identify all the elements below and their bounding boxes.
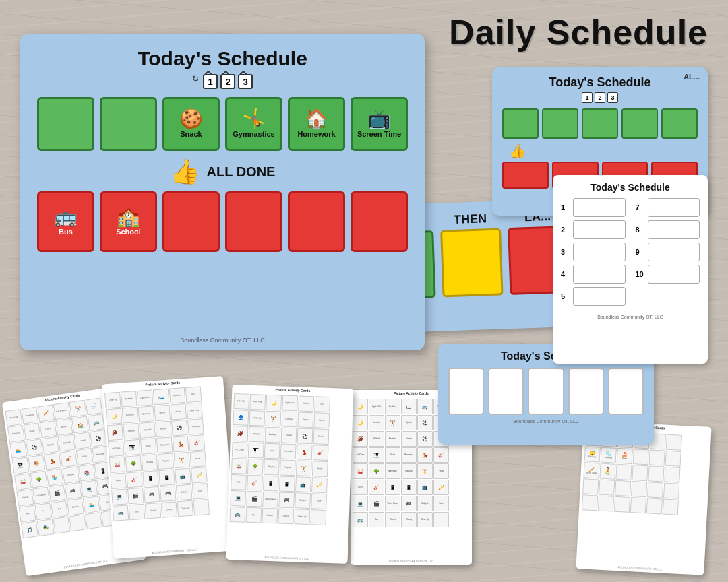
white-cell-3 <box>528 368 564 415</box>
s3-r7-3: Video Game <box>262 492 278 508</box>
s3-r2-4: Exercise <box>281 412 297 428</box>
small-num-1: 1 <box>582 92 593 103</box>
number-icons: ↻ 1 2 3 <box>37 74 408 89</box>
s2-church: Church <box>145 503 162 519</box>
s4-h3: Bedtime <box>385 399 400 414</box>
s4-r4-4: Recorder <box>401 447 417 463</box>
icon-karate: Karate <box>73 432 91 449</box>
s3-r5-2: 🌳 <box>247 459 264 475</box>
s2-bus: Bus <box>185 386 202 403</box>
s2-gym: 🏋️ <box>174 452 191 469</box>
icon-get-dressed: Get Dressed <box>53 402 71 420</box>
s3-r2-1: 👤 <box>233 410 249 426</box>
icon-swim: 🏊 <box>9 441 27 459</box>
s2-artclass: Art Class <box>108 441 125 457</box>
small-green-1 <box>502 108 539 139</box>
s5-bake: 🍰Bake <box>617 448 633 464</box>
white-cell-5 <box>608 368 644 415</box>
num-cell-5 <box>573 287 626 306</box>
s3-r2-6: Sports <box>313 412 330 428</box>
s5-r5-3 <box>614 496 630 513</box>
s4-r5-1: 🥁 <box>353 463 368 479</box>
small-thumbs-icon: 👍 <box>509 143 698 159</box>
num-box-3: 3 <box>238 74 253 89</box>
s3-freeplay: Free Play <box>233 393 249 410</box>
num-9: 9 <box>636 248 645 256</box>
icon-swim2: 🏊 <box>83 496 100 513</box>
sheet-4-row-5: 🥁 🌳 Mayrdale Playday 🏋️ Party <box>353 463 470 479</box>
numbered-card-watermark: Boundless Community OT, LLC <box>561 315 700 319</box>
s3-r5-3: Playday <box>264 459 280 476</box>
bus-label: Bus <box>59 228 73 236</box>
icon-piano: 🎹 <box>12 457 30 474</box>
icon-soccer: ⚽ <box>26 439 43 456</box>
icon-speech: Speech <box>67 498 84 516</box>
num-cell-8 <box>648 220 700 239</box>
s4-r8-1: 🚌 <box>353 512 368 527</box>
s2-softball2: Softball <box>123 423 140 440</box>
s4-r2-5: ⚽ <box>417 415 433 430</box>
s2-soccer3: ⚽ <box>171 420 188 437</box>
red-cell-5 <box>288 191 345 252</box>
s2-bedtime: Bedtime <box>121 391 138 408</box>
s2-park2: 🌳 <box>125 455 142 472</box>
all-done-row: 👍 ALL DONE <box>37 158 408 186</box>
s3-r4-2: 🎹 <box>248 443 264 459</box>
num-cell-7 <box>648 198 700 217</box>
num-1: 1 <box>561 203 570 212</box>
s2-guitar: 🎸 <box>189 434 206 451</box>
school-label: School <box>116 228 141 236</box>
small-num-2: 2 <box>595 92 605 103</box>
s2-movie2: 🎬 <box>127 488 144 505</box>
small-green-4 <box>621 108 658 139</box>
s3-r4-3: Flute <box>264 443 280 459</box>
s2-vg4: 🎮 <box>160 485 177 502</box>
s4-r6-2: 🎸 <box>369 480 384 495</box>
s4-r3-2: Softball <box>369 431 384 447</box>
num-box-2: 2 <box>220 74 235 89</box>
small-red-1 <box>502 162 549 189</box>
red-cell-6 <box>351 191 408 252</box>
icon-haircut: ✂️ <box>69 400 87 418</box>
s2-stay: Bedtime <box>169 387 186 404</box>
main-card-watermark: Boundless Community OT, LLC <box>180 337 265 344</box>
num-2: 2 <box>561 226 570 234</box>
s3-r8-3: Church <box>262 508 278 524</box>
sheet-4-watermark: BOUNDLESS COMMUNITY OT, LLC <box>351 560 472 563</box>
s3-freeplay2: Free Play <box>249 394 266 410</box>
num-7: 7 <box>636 203 645 212</box>
s4-r4-2: 🎹 <box>369 447 384 463</box>
small-green-3 <box>582 108 618 139</box>
s3-r7-6: Tutor <box>311 493 327 509</box>
icon-art: 🎨 <box>28 455 45 472</box>
icon-nap: Nap <box>19 505 36 523</box>
s5-extra2 <box>666 434 682 451</box>
icon-ot: OT <box>51 500 68 518</box>
s2-mayrdale: Playday <box>142 454 158 471</box>
s4-r7-3: Video Game <box>385 496 400 511</box>
s3-r4-4: Recorder <box>280 444 297 460</box>
s5-extra7 <box>632 465 648 481</box>
s3-r2-2: Clean Up <box>249 410 265 426</box>
bus-icon: 🚌 <box>54 207 78 226</box>
gymnastics-label: Gymnastics <box>233 130 274 138</box>
s3-r5-5: 🏋️ <box>296 460 312 476</box>
icon-chores: Chores <box>62 466 80 484</box>
s4-r5-5: 🏋️ <box>417 463 433 479</box>
icon-movie: 🎬 <box>49 484 66 502</box>
icon-snack: Snack <box>24 422 41 440</box>
s4-h5: 🚌 <box>417 399 433 414</box>
s4-r8-3: Church <box>385 512 400 527</box>
icon-drum: 🥁 <box>14 473 32 490</box>
s2-drum2: 🥁 <box>109 457 126 474</box>
s4-r8-4: Charity <box>401 512 417 527</box>
s4-r8-2: Bus <box>369 512 384 527</box>
page-title: Daily Schedule <box>449 12 708 53</box>
sheet-3-grid: Free Play Free Play 🌙 Lights Out Bedtime… <box>227 391 353 529</box>
s3-r6-3: 📱 <box>263 476 279 492</box>
s2-football: 🏈 <box>107 424 123 441</box>
s3-r5-1: 🥁 <box>231 458 247 474</box>
numbered-grid: 1 2 3 4 5 7 <box>561 198 700 309</box>
num-5: 5 <box>561 292 570 300</box>
s4-r8-6 <box>433 512 449 527</box>
